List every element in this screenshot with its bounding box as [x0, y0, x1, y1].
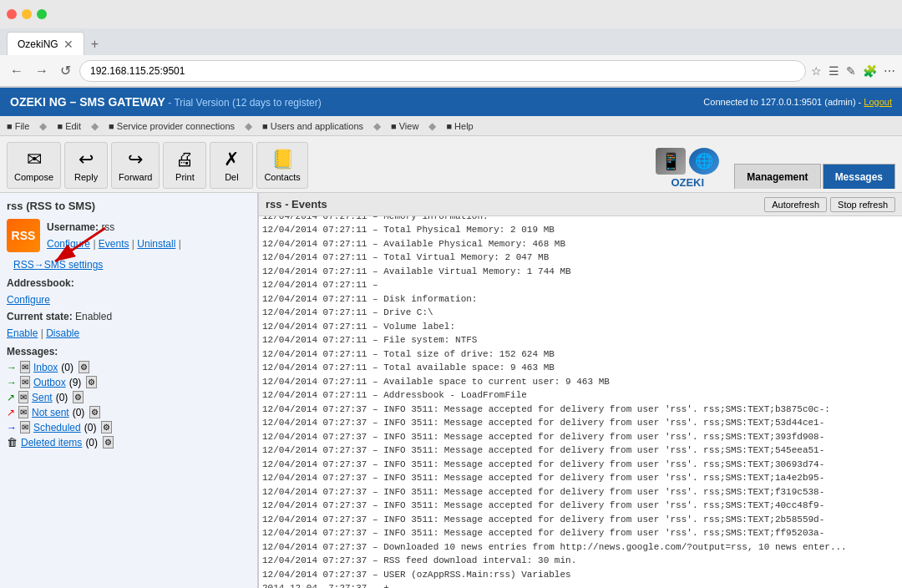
extensions-icon[interactable]: 🧩: [863, 64, 877, 78]
more-icon[interactable]: ⋯: [884, 64, 895, 78]
scheduled-link[interactable]: Scheduled: [33, 422, 81, 433]
browser-tab[interactable]: OzekiNG ✕: [7, 32, 84, 55]
forward-button[interactable]: ↪ Forward: [111, 142, 160, 189]
right-panel-title: rss - Events: [266, 198, 327, 210]
toolbar-buttons: ✉ Compose ↩ Reply ↪ Forward 🖨 Print ✗ De…: [7, 142, 308, 189]
event-line: 12/04/2014 07:27:11 – Total Virtual Memo…: [262, 251, 899, 265]
tab-label: OzekiNG: [18, 38, 58, 50]
inbox-link[interactable]: Inbox: [33, 362, 58, 373]
right-panel: rss - Events Autorefresh Stop refresh 12…: [259, 193, 902, 588]
close-window-btn[interactable]: [7, 9, 17, 19]
stop-refresh-button[interactable]: Stop refresh: [830, 197, 895, 212]
toolbar: ✉ Compose ↩ Reply ↪ Forward 🖨 Print ✗ De…: [0, 136, 902, 193]
outbox-action-icon[interactable]: ⚙: [86, 376, 97, 388]
print-button[interactable]: 🖨 Print: [163, 142, 206, 189]
not-sent-row: ↗ ✉ Not sent (0) ⚙: [7, 406, 251, 418]
sent-link[interactable]: Sent: [32, 392, 53, 403]
uninstall-link[interactable]: Uninstall: [137, 238, 175, 250]
contacts-button[interactable]: 📒 Contacts: [256, 142, 307, 189]
compose-button[interactable]: ✉ Compose: [7, 142, 61, 189]
app-subtitle: - Trial Version (12 days to register): [168, 97, 321, 109]
toolbar-right: 📱 🌐 OZEKI Management Messages: [656, 148, 895, 189]
logo-icon-phone: 📱: [656, 148, 686, 175]
logo-icons: 📱 🌐: [656, 148, 719, 175]
outbox-link[interactable]: Outbox: [33, 377, 66, 388]
svg-line-1: [55, 228, 105, 261]
app-container: OZEKI NG – SMS GATEWAY - Trial Version (…: [0, 88, 902, 588]
scheduled-count: (0): [84, 422, 97, 433]
deleted-items-link[interactable]: Deleted items: [21, 437, 82, 449]
event-line: 12/04/2014 07:27:37 – INFO 3511: Message…: [262, 430, 899, 444]
event-line: 12/04/2014 07:27:11 – Total size of driv…: [262, 347, 899, 362]
event-line: 12/04/2014 07:27:37 – INFO 3511: Message…: [262, 485, 899, 499]
event-line: 12/04/2014 07:27:11 – Drive C:\: [262, 306, 899, 320]
addressbook-row: Addressbook:: [7, 277, 251, 289]
tab-messages[interactable]: Messages: [823, 164, 895, 189]
addressbook-configure-link[interactable]: Configure: [7, 294, 50, 306]
menu-edit[interactable]: ■ Edit: [57, 121, 81, 131]
deleted-trash-icon: 🗑: [7, 436, 18, 449]
minimize-window-btn[interactable]: [22, 9, 32, 19]
delete-label: Del: [225, 172, 239, 182]
events-area[interactable]: 12/04/2014 07:27:11 – Logging started. (…: [259, 216, 902, 588]
event-line: 12/04/2014 07:27:37 – INFO 3511: Message…: [262, 458, 899, 472]
menu-icon[interactable]: ☰: [829, 64, 839, 78]
inbox-count: (0): [61, 362, 73, 373]
logo-text: OZEKI: [671, 176, 704, 189]
event-line: 12/04/2014 07:27:37 – INFO 3511: Message…: [262, 444, 899, 458]
tab-management[interactable]: Management: [734, 164, 820, 189]
outbox-arrow-icon: →: [7, 377, 17, 388]
messages-section-title: Messages:: [7, 346, 251, 357]
logout-link[interactable]: Logout: [864, 97, 892, 107]
delete-button[interactable]: ✗ Del: [210, 142, 253, 189]
event-line: 12/04/2014 07:27:37 – INFO 3511: Message…: [262, 526, 899, 540]
event-line: 12/04/2014 07:27:37 – INFO 3511: Message…: [262, 499, 899, 513]
print-icon: 🖨: [175, 149, 194, 170]
enable-link[interactable]: Enable: [7, 327, 38, 339]
event-line: 12/04/2014 07:27:37 – INFO 3511: Message…: [262, 471, 899, 485]
menu-view[interactable]: ■ View: [391, 121, 418, 131]
right-panel-header: rss - Events Autorefresh Stop refresh: [259, 193, 902, 216]
disable-link[interactable]: Disable: [46, 327, 79, 339]
menu-users-applications[interactable]: ■ Users and applications: [262, 121, 363, 131]
scheduled-action-icon[interactable]: ⚙: [101, 421, 112, 433]
addressbook-label: Addressbook:: [7, 277, 74, 289]
contacts-icon: 📒: [271, 149, 294, 170]
autorefresh-button[interactable]: Autorefresh: [764, 197, 827, 212]
menu-help[interactable]: ■ Help: [446, 121, 473, 131]
current-state-label: Current state:: [7, 311, 73, 322]
tab-close-icon[interactable]: ✕: [63, 38, 73, 50]
not-sent-msg-icon: ✉: [18, 406, 28, 418]
back-button[interactable]: ←: [7, 62, 27, 80]
event-line: 12/04/2014 07:27:11 – Volume label:: [262, 320, 899, 334]
event-line: 12/04/2014 07:27:11 – File system: NTFS: [262, 333, 899, 347]
forward-label: Forward: [119, 172, 152, 182]
rss-icon: RSS: [7, 219, 40, 252]
address-bar[interactable]: [79, 60, 806, 82]
new-tab-button[interactable]: +: [84, 33, 105, 55]
inbox-arrow-icon: →: [7, 362, 17, 373]
sent-arrow-icon: ↗: [7, 392, 15, 403]
sent-action-icon[interactable]: ⚙: [73, 391, 84, 403]
forward-button[interactable]: →: [32, 62, 52, 80]
event-line: 12/04/2014 07:27:11 – Memory information…: [262, 216, 899, 223]
bookmark-icon[interactable]: ☆: [811, 64, 822, 78]
reply-button[interactable]: ↩ Reply: [64, 142, 108, 189]
refresh-button[interactable]: ↺: [57, 61, 74, 80]
reply-label: Reply: [74, 172, 98, 182]
deleted-action-icon[interactable]: ⚙: [103, 436, 114, 449]
menu-service-connections[interactable]: ■ Service provider connections: [109, 121, 235, 131]
menu-file[interactable]: ■ File: [7, 121, 29, 131]
event-line: 12/04/2014 07:27:37 – INFO 3511: Message…: [262, 513, 899, 527]
not-sent-count: (0): [73, 407, 85, 418]
left-panel-title: rss (RSS to SMS): [7, 200, 251, 212]
event-line: 2014.12.04. 7:27:37 – +-----------------…: [262, 581, 899, 588]
deleted-row: 🗑 Deleted items (0) ⚙: [7, 436, 251, 449]
not-sent-action-icon[interactable]: ⚙: [89, 406, 100, 418]
browser-chrome: OzekiNG ✕ + ← → ↺ ☆ ☰ ✎ 🧩 ⋯: [0, 0, 902, 88]
current-state-row: Current state: Enabled: [7, 311, 251, 322]
not-sent-link[interactable]: Not sent: [32, 407, 69, 418]
maximize-window-btn[interactable]: [37, 9, 47, 19]
inbox-action-icon[interactable]: ⚙: [79, 361, 89, 373]
edit-icon[interactable]: ✎: [846, 64, 856, 78]
